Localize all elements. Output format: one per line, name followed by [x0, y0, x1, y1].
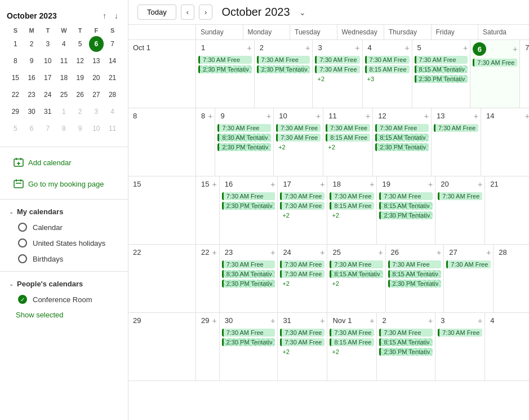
day-number[interactable]: 19 [379, 179, 393, 189]
mini-cal-day[interactable]: 19 [73, 70, 88, 86]
event-block[interactable]: 7:30 AM Free [276, 124, 321, 132]
mini-cal-day[interactable]: 10 [40, 53, 55, 69]
add-event-btn[interactable]: + [478, 316, 482, 325]
day-number[interactable]: 24 [280, 247, 294, 258]
add-event-btn[interactable]: + [525, 112, 529, 121]
day-number[interactable]: 4 [365, 42, 375, 53]
event-more[interactable]: +2 [330, 211, 374, 219]
day-number[interactable]: 18 [330, 179, 343, 189]
calendar-item-calendar[interactable]: Calendar [2, 220, 126, 235]
event-more[interactable]: +2 [280, 348, 324, 356]
add-event-btn[interactable]: + [437, 248, 441, 257]
add-event-btn[interactable]: + [428, 180, 433, 189]
day-number[interactable]: 2 [257, 42, 266, 53]
add-event-btn[interactable]: + [355, 43, 359, 52]
day-number[interactable]: 7 [522, 42, 529, 53]
event-block[interactable]: 8:30 AM Tentativ [222, 270, 275, 278]
day-number[interactable]: 26 [388, 247, 402, 258]
event-block[interactable]: 2:30 PM Tentativ [379, 211, 433, 219]
mini-cal-day[interactable]: 9 [73, 121, 88, 136]
day-number[interactable]: 31 [280, 315, 294, 326]
mini-cal-day[interactable]: 6 [89, 36, 104, 52]
mini-cal-day[interactable]: 8 [8, 53, 23, 69]
event-block[interactable]: 7:30 AM Free [257, 56, 310, 64]
show-selected-link[interactable]: Show selected [0, 307, 128, 322]
event-block[interactable]: 7:30 AM Free [280, 202, 324, 210]
add-event-btn[interactable]: + [270, 248, 275, 257]
event-block[interactable]: 7:30 AM Free [222, 260, 275, 268]
add-event-btn[interactable]: + [305, 43, 310, 52]
event-block[interactable]: 7:30 AM Free [198, 56, 252, 64]
day-number[interactable]: Nov 1 [330, 315, 354, 326]
day-number[interactable]: 21 [487, 179, 501, 189]
mini-cal-day[interactable]: 17 [40, 70, 55, 86]
calendar-item-birthdays[interactable]: Birthdays [2, 251, 126, 266]
add-event-btn[interactable]: + [320, 316, 324, 325]
event-block[interactable]: 2:30 PM Tentativ [415, 75, 468, 83]
mini-cal-day[interactable]: 13 [89, 53, 104, 69]
event-block[interactable]: 8:15 AM Free [326, 134, 370, 142]
event-block[interactable]: 2:30 PM Tentativ [388, 280, 442, 288]
event-more[interactable]: +2 [326, 143, 370, 151]
add-event-btn[interactable]: + [474, 112, 478, 121]
add-event-btn[interactable]: + [212, 316, 216, 325]
day-number[interactable]: 3 [438, 315, 447, 326]
mini-cal-day[interactable]: 31 [40, 104, 55, 120]
event-block[interactable]: 7:30 AM Free [326, 124, 370, 132]
add-event-btn[interactable]: + [212, 248, 216, 257]
event-block[interactable]: 7:30 AM Free [280, 329, 324, 337]
event-block[interactable]: 7:30 AM Free [280, 260, 324, 268]
event-block[interactable]: 8:15 AM Free [330, 202, 374, 210]
day-number[interactable]: 9 [217, 110, 227, 121]
mini-cal-day[interactable]: 11 [56, 53, 72, 69]
mini-cal-day[interactable]: 7 [40, 121, 55, 136]
my-calendars-section[interactable]: ⌄ My calendars [0, 204, 128, 219]
add-event-btn[interactable]: + [404, 43, 409, 52]
day-number[interactable]: 16 [222, 179, 235, 189]
mini-cal-day[interactable]: 6 [24, 121, 39, 136]
add-event-btn[interactable]: + [486, 248, 491, 257]
event-block[interactable]: 2:30 PM Tentativ [222, 280, 275, 288]
mini-cal-day[interactable]: 23 [24, 87, 39, 103]
mini-cal-day[interactable]: 3 [89, 104, 104, 120]
mini-cal-day[interactable]: 18 [56, 70, 72, 86]
mini-cal-day[interactable]: 9 [24, 53, 39, 69]
event-block[interactable]: 7:30 AM Free [330, 329, 374, 337]
event-block[interactable]: 8:15 AM Tentativ [388, 270, 442, 278]
day-number[interactable]: 28 [496, 247, 509, 258]
event-block[interactable]: 7:30 AM Free [222, 329, 275, 337]
mini-cal-day[interactable]: 29 [8, 104, 23, 120]
mini-cal-day[interactable]: 11 [105, 121, 120, 136]
event-block[interactable]: 7:30 AM Free [280, 192, 324, 200]
day-number[interactable]: 8 [198, 110, 208, 121]
event-more[interactable]: +2 [280, 211, 324, 219]
event-block[interactable]: 7:30 AM Free [379, 192, 433, 200]
event-block[interactable]: 8:15 AM Tentativ [379, 338, 433, 346]
day-number[interactable]: 11 [326, 110, 339, 121]
event-block[interactable]: 8:15 AM Tentativ [379, 202, 433, 210]
day-number[interactable]: 15 [198, 179, 212, 189]
add-event-btn[interactable]: + [478, 180, 482, 189]
calendar-item-conference-room[interactable]: ✓ Conference Room [2, 292, 126, 307]
add-event-btn[interactable]: + [266, 112, 271, 121]
day-number[interactable]: 3 [315, 42, 324, 53]
mini-cal-day[interactable]: 30 [24, 104, 39, 120]
mini-cal-day[interactable]: 14 [105, 53, 120, 69]
mini-cal-day[interactable]: 1 [8, 36, 23, 52]
event-block[interactable]: 8:15 AM Tentativ [330, 270, 383, 278]
event-block[interactable]: 7:30 AM Free [315, 65, 359, 73]
mini-cal-day[interactable]: 8 [56, 121, 72, 136]
event-more[interactable]: +2 [276, 143, 321, 151]
mini-cal-day[interactable]: 5 [73, 36, 88, 52]
event-more[interactable]: +2 [315, 75, 359, 83]
mini-cal-prev-btn[interactable]: ↑ [100, 10, 109, 21]
event-block[interactable]: 7:30 AM Free [217, 124, 271, 132]
add-event-btn[interactable]: + [320, 180, 324, 189]
event-block[interactable]: 2:30 PM Tentativ [217, 143, 271, 151]
event-block[interactable]: 8:15 AM Free [365, 65, 410, 73]
mini-cal-day[interactable]: 21 [105, 70, 120, 86]
toolbar-chevron-down-icon[interactable]: ⌄ [299, 8, 306, 17]
event-block[interactable]: 2:30 PM Tentativ [222, 338, 275, 346]
add-event-btn[interactable]: + [428, 316, 433, 325]
add-event-btn[interactable]: + [370, 316, 374, 325]
